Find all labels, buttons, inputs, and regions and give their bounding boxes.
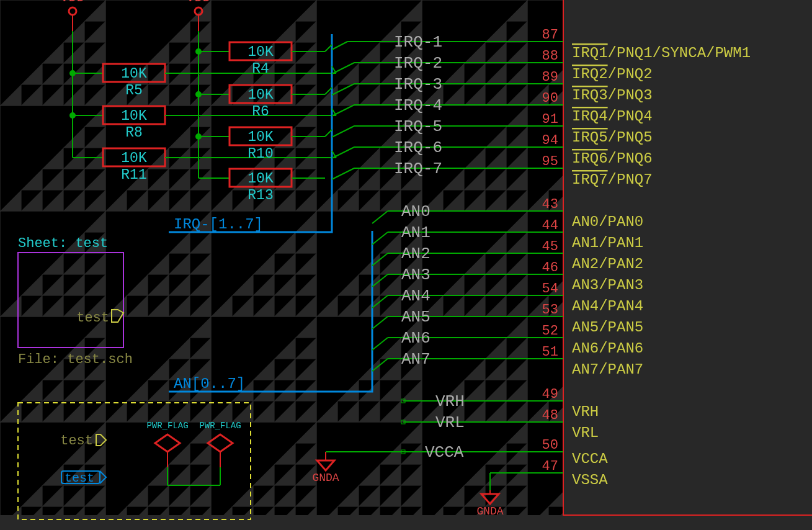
svg-text:VRL: VRL bbox=[572, 424, 599, 441]
svg-text:48: 48 bbox=[542, 408, 558, 423]
svg-text:AN5: AN5 bbox=[401, 308, 431, 326]
svg-text:test: test bbox=[76, 310, 109, 326]
svg-text:AN3/PAN3: AN3/PAN3 bbox=[572, 277, 643, 294]
svg-text:10K: 10K bbox=[248, 87, 274, 103]
svg-text:File: test.sch: File: test.sch bbox=[18, 352, 133, 367]
svg-text:IRQ-2: IRQ-2 bbox=[394, 54, 442, 73]
svg-text:10K: 10K bbox=[121, 66, 147, 82]
svg-text:10K: 10K bbox=[121, 108, 147, 124]
svg-text:VSSA: VSSA bbox=[572, 472, 608, 488]
svg-text:GNDA: GNDA bbox=[312, 472, 339, 484]
svg-text:VCCA: VCCA bbox=[425, 443, 464, 462]
svg-text:43: 43 bbox=[542, 197, 558, 212]
svg-text:54: 54 bbox=[542, 281, 558, 297]
svg-text:PWR_FLAG: PWR_FLAG bbox=[146, 421, 188, 431]
svg-text:10K: 10K bbox=[248, 44, 274, 60]
svg-text:AN3: AN3 bbox=[401, 266, 431, 284]
svg-text:VCCA: VCCA bbox=[572, 451, 608, 467]
svg-text:AN2: AN2 bbox=[401, 245, 431, 263]
svg-text:R11: R11 bbox=[121, 167, 146, 183]
svg-text:IRQ-3: IRQ-3 bbox=[394, 75, 442, 94]
svg-text:GNDA: GNDA bbox=[476, 505, 503, 518]
svg-text:44: 44 bbox=[542, 218, 558, 233]
svg-text:52: 52 bbox=[542, 323, 558, 339]
svg-text:10K: 10K bbox=[248, 129, 274, 145]
svg-text:88: 88 bbox=[542, 48, 558, 64]
svg-text:R13: R13 bbox=[248, 187, 273, 204]
svg-text:AN6/PAN6: AN6/PAN6 bbox=[572, 340, 643, 357]
svg-text:IRQ7/PNQ7: IRQ7/PNQ7 bbox=[572, 171, 653, 188]
svg-text:AN6: AN6 bbox=[401, 329, 431, 348]
svg-text:IRQ2/PNQ2: IRQ2/PNQ2 bbox=[572, 66, 653, 83]
svg-text:Sheet: test: Sheet: test bbox=[18, 236, 108, 251]
svg-text:91: 91 bbox=[542, 112, 558, 127]
svg-text:IRQ-7: IRQ-7 bbox=[394, 159, 442, 178]
svg-text:VRH: VRH bbox=[572, 403, 599, 420]
irq-bus-label: IRQ-[1..7] bbox=[174, 216, 263, 233]
svg-text:test: test bbox=[60, 433, 93, 449]
svg-text:50: 50 bbox=[542, 438, 558, 453]
svg-text:AN2/PAN2: AN2/PAN2 bbox=[572, 256, 643, 272]
svg-text:R6: R6 bbox=[252, 104, 269, 120]
svg-text:AN4: AN4 bbox=[401, 287, 431, 305]
svg-text:10K: 10K bbox=[248, 171, 274, 187]
svg-text:AN0/PAN0: AN0/PAN0 bbox=[572, 213, 643, 230]
svg-text:R5: R5 bbox=[125, 83, 143, 99]
svg-text:94: 94 bbox=[542, 133, 558, 148]
svg-text:VRH: VRH bbox=[435, 392, 465, 411]
svg-text:49: 49 bbox=[542, 387, 558, 402]
svg-text:R8: R8 bbox=[125, 125, 143, 141]
svg-text:IRQ-1: IRQ-1 bbox=[394, 33, 442, 52]
svg-text:IRQ5/PNQ5: IRQ5/PNQ5 bbox=[572, 129, 653, 146]
svg-text:VDD: VDD bbox=[60, 0, 85, 6]
hlabel-test-in: test bbox=[61, 471, 106, 485]
svg-text:IRQ-6: IRQ-6 bbox=[394, 138, 442, 157]
svg-text:90: 90 bbox=[542, 91, 558, 106]
svg-text:45: 45 bbox=[542, 239, 558, 254]
svg-text:R10: R10 bbox=[248, 146, 273, 162]
svg-text:IRQ1/PNQ1/SYNCA/PWM1: IRQ1/PNQ1/SYNCA/PWM1 bbox=[572, 45, 751, 61]
svg-text:46: 46 bbox=[542, 260, 558, 276]
svg-text:AN1/PAN1: AN1/PAN1 bbox=[572, 235, 643, 251]
svg-text:IRQ-5: IRQ-5 bbox=[394, 117, 442, 136]
svg-text:47: 47 bbox=[542, 459, 558, 474]
svg-text:IRQ-4: IRQ-4 bbox=[394, 96, 442, 115]
svg-text:AN5/PAN5: AN5/PAN5 bbox=[572, 319, 643, 336]
svg-text:AN7/PAN7: AN7/PAN7 bbox=[572, 361, 643, 378]
svg-text:test: test bbox=[65, 471, 94, 485]
an-bus-label: AN[0..7] bbox=[174, 375, 245, 392]
svg-text:AN1: AN1 bbox=[401, 223, 431, 242]
svg-text:AN0: AN0 bbox=[401, 202, 431, 221]
svg-text:VDD: VDD bbox=[186, 0, 211, 6]
svg-text:95: 95 bbox=[542, 154, 558, 169]
svg-text:10K: 10K bbox=[121, 150, 147, 166]
svg-text:IRQ4/PNQ4: IRQ4/PNQ4 bbox=[572, 108, 653, 125]
svg-text:IRQ6/PNQ6: IRQ6/PNQ6 bbox=[572, 150, 653, 167]
svg-text:53: 53 bbox=[542, 302, 558, 318]
svg-text:VRL: VRL bbox=[435, 413, 465, 432]
svg-text:R4: R4 bbox=[252, 61, 269, 77]
svg-text:AN7: AN7 bbox=[401, 350, 431, 369]
svg-text:87: 87 bbox=[542, 27, 558, 43]
svg-text:AN4/PAN4: AN4/PAN4 bbox=[572, 298, 643, 315]
svg-text:89: 89 bbox=[542, 70, 558, 85]
svg-text:IRQ3/PNQ3: IRQ3/PNQ3 bbox=[572, 87, 653, 104]
svg-text:PWR_FLAG: PWR_FLAG bbox=[199, 421, 241, 431]
svg-text:51: 51 bbox=[542, 344, 558, 360]
